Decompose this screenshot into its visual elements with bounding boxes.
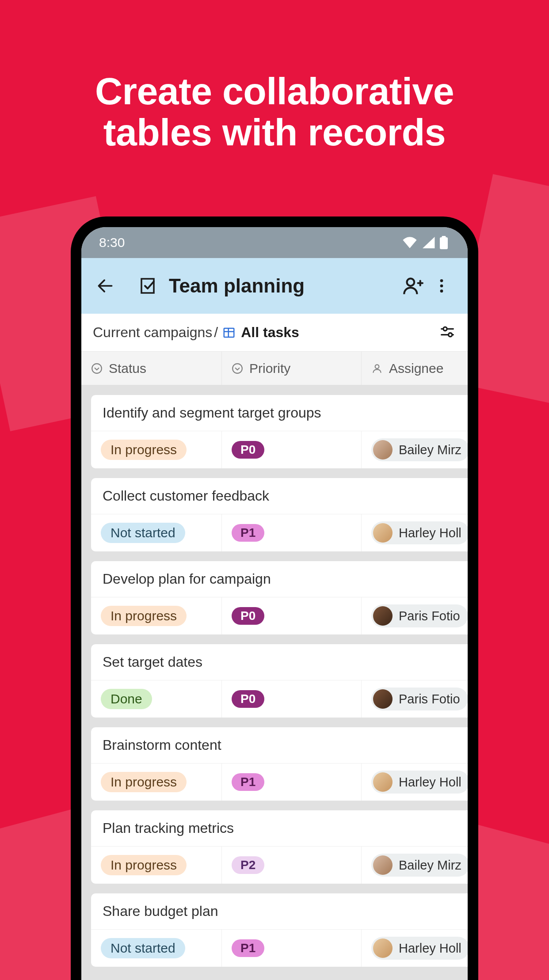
- task-card[interactable]: Identify and segment target groupsIn pro…: [91, 395, 468, 468]
- status-pill: In progress: [101, 855, 187, 875]
- task-card[interactable]: Collect customer feedbackNot startedP1Ha…: [91, 478, 468, 551]
- sliders-icon: [438, 323, 456, 341]
- task-assignee-cell[interactable]: Harley Holl: [362, 514, 468, 551]
- person-icon: [371, 363, 383, 374]
- breadcrumb-parent[interactable]: Current campaigns: [93, 324, 212, 341]
- svg-point-2: [407, 278, 415, 286]
- task-status-cell[interactable]: In progress: [91, 847, 222, 884]
- cell-signal-icon: [422, 237, 435, 248]
- assignee-chip: Bailey Mirz: [371, 854, 468, 877]
- priority-pill: P1: [232, 939, 264, 957]
- promo-headline: Create collaborative tables with records: [0, 71, 549, 153]
- assignee-name: Harley Holl: [399, 526, 461, 540]
- task-status-cell[interactable]: In progress: [91, 597, 222, 634]
- task-priority-cell[interactable]: P1: [222, 514, 362, 551]
- document-checkbox-icon: [138, 275, 159, 296]
- chevron-down-circle-icon: [232, 363, 243, 374]
- task-card[interactable]: Brainstorm contentIn progressP1Harley Ho…: [91, 727, 468, 801]
- task-card[interactable]: Share budget planNot startedP1Harley Hol…: [91, 893, 468, 967]
- svg-rect-1: [442, 236, 446, 238]
- assignee-chip: Bailey Mirz: [371, 438, 468, 461]
- priority-pill: P2: [232, 856, 264, 874]
- breadcrumb-separator: /: [214, 324, 218, 341]
- svg-point-8: [449, 333, 452, 336]
- task-priority-cell[interactable]: P1: [222, 930, 362, 967]
- assignee-chip: Harley Holl: [371, 521, 468, 544]
- status-pill: Done: [101, 689, 152, 709]
- task-row: Not startedP1Harley Holl: [91, 929, 468, 967]
- task-priority-cell[interactable]: P0: [222, 680, 362, 718]
- task-priority-cell[interactable]: P0: [222, 597, 362, 634]
- task-priority-cell[interactable]: P2: [222, 847, 362, 884]
- column-header-assignee[interactable]: Assignee: [362, 352, 468, 385]
- phone-screen: 8:30 Team planning Curr: [81, 227, 468, 980]
- back-arrow-icon: [95, 276, 115, 296]
- status-time: 8:30: [99, 235, 125, 250]
- task-status-cell[interactable]: Not started: [91, 930, 222, 967]
- task-status-cell[interactable]: Not started: [91, 514, 222, 551]
- task-title: Brainstorm content: [91, 727, 468, 763]
- column-header-status[interactable]: Status: [81, 352, 222, 385]
- task-assignee-cell[interactable]: Harley Holl: [362, 763, 468, 801]
- more-vert-icon: [433, 277, 450, 295]
- person-add-icon: [401, 275, 423, 297]
- column-label: Status: [109, 361, 146, 376]
- avatar: [373, 689, 393, 709]
- task-row: In progressP2Bailey Mirz: [91, 846, 468, 884]
- task-title: Collect customer feedback: [91, 478, 468, 514]
- column-label: Priority: [249, 361, 290, 376]
- add-person-button[interactable]: [398, 275, 427, 297]
- breadcrumb-bar: Current campaigns / All tasks: [81, 314, 468, 352]
- priority-pill: P1: [232, 773, 264, 791]
- task-assignee-cell[interactable]: Harley Holl: [362, 930, 468, 967]
- task-assignee-cell[interactable]: Paris Fotio: [362, 597, 468, 634]
- avatar: [373, 523, 393, 543]
- priority-pill: P0: [232, 607, 264, 625]
- status-pill: In progress: [101, 440, 187, 460]
- task-card[interactable]: Set target datesDoneP0Paris Fotio: [91, 644, 468, 718]
- page-title: Team planning: [169, 275, 398, 297]
- svg-point-7: [443, 327, 447, 330]
- svg-point-5: [440, 289, 443, 292]
- battery-icon: [439, 236, 448, 249]
- task-priority-cell[interactable]: P1: [222, 763, 362, 801]
- avatar: [373, 938, 393, 958]
- back-button[interactable]: [93, 276, 118, 296]
- task-assignee-cell[interactable]: Bailey Mirz: [362, 431, 468, 468]
- task-card[interactable]: Develop plan for campaignIn progressP0Pa…: [91, 561, 468, 634]
- svg-point-9: [92, 364, 102, 373]
- chevron-down-circle-icon: [91, 363, 103, 374]
- task-row: In progressP0Bailey Mirz: [91, 431, 468, 468]
- app-bar: Team planning: [81, 258, 468, 314]
- phone-frame: 8:30 Team planning Curr: [71, 217, 478, 980]
- promo-headline-line2: tables with records: [103, 111, 446, 153]
- task-status-cell[interactable]: In progress: [91, 763, 222, 801]
- assignee-name: Paris Fotio: [399, 609, 460, 623]
- more-menu-button[interactable]: [427, 277, 456, 295]
- avatar: [373, 855, 393, 875]
- task-status-cell[interactable]: In progress: [91, 431, 222, 468]
- task-assignee-cell[interactable]: Paris Fotio: [362, 680, 468, 718]
- task-status-cell[interactable]: Done: [91, 680, 222, 718]
- column-header-priority[interactable]: Priority: [222, 352, 362, 385]
- svg-point-10: [233, 364, 242, 373]
- avatar: [373, 772, 393, 792]
- task-assignee-cell[interactable]: Bailey Mirz: [362, 847, 468, 884]
- breadcrumb-view[interactable]: All tasks: [241, 324, 299, 341]
- avatar: [373, 440, 393, 460]
- assignee-name: Bailey Mirz: [399, 443, 461, 457]
- task-list[interactable]: Identify and segment target groupsIn pro…: [81, 385, 468, 980]
- task-title: Plan tracking metrics: [91, 810, 468, 846]
- task-priority-cell[interactable]: P0: [222, 431, 362, 468]
- assignee-name: Paris Fotio: [399, 692, 460, 707]
- svg-rect-0: [440, 237, 448, 249]
- task-card[interactable]: Plan tracking metricsIn progressP2Bailey…: [91, 810, 468, 884]
- priority-pill: P0: [232, 690, 264, 708]
- promo-headline-line1: Create collaborative: [95, 70, 454, 112]
- status-icons: [402, 236, 448, 249]
- assignee-chip: Harley Holl: [371, 771, 468, 794]
- filter-button[interactable]: [438, 323, 456, 342]
- svg-point-4: [440, 285, 443, 288]
- assignee-name: Harley Holl: [399, 775, 461, 790]
- priority-pill: P0: [232, 441, 264, 459]
